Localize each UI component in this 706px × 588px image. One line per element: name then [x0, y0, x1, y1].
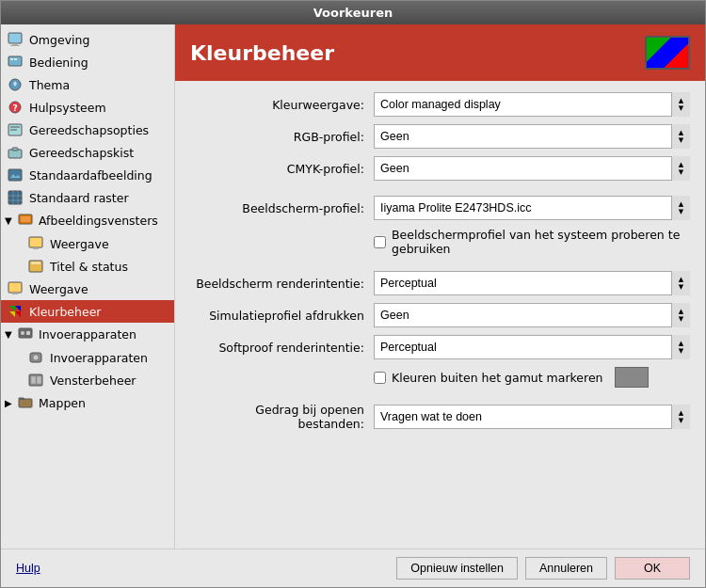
rgb-select[interactable]: Geen [374, 124, 690, 149]
rgb-label: RGB-profiel: [190, 130, 374, 144]
sidebar-item-weergave2[interactable]: Weergave [1, 278, 174, 300]
sidebar-item-label: Kleurbeheer [29, 305, 102, 319]
sidebar-item-afbeeldingsvensters[interactable]: ▼ Afbeeldingsvensters [1, 209, 174, 232]
svg-rect-0 [8, 33, 22, 43]
beeldscherm-label: Beeldscherm-profiel: [190, 201, 374, 215]
omgeving-icon [7, 31, 24, 48]
sidebar-item-label: Bediening [29, 56, 88, 70]
svg-rect-21 [21, 216, 30, 222]
rgb-row: RGB-profiel: Geen [190, 124, 690, 149]
gamut-checkbox-label: Kleuren buiten het gamut markeren [392, 371, 603, 385]
color-management-icon [645, 36, 690, 70]
sidebar-item-standaardraster[interactable]: Standaard raster [1, 186, 174, 209]
standaardraster-icon [7, 189, 24, 206]
sidebar-item-label: Hulpsysteem [29, 101, 106, 115]
sidebar-item-invoerapparaten2[interactable]: Invoerapparaten [1, 346, 174, 369]
reset-button[interactable]: Opnieuw instellen [396, 557, 518, 580]
renderintentie-label: Beeldscherm renderintentie: [190, 277, 374, 291]
softproof-label: Softproof renderintentie: [190, 341, 374, 355]
gedrag-row: Gedrag bij openen bestanden: Vragen wat … [190, 403, 690, 431]
sidebar-item-vensterbeheer[interactable]: Vensterbeheer [1, 369, 174, 391]
sidebar-item-label: Gereedschapsopties [29, 123, 149, 137]
sidebar-item-hulpsysteem[interactable]: ? Hulpsysteem [1, 96, 174, 119]
titelstatus-icon [27, 258, 44, 275]
renderintentie-select[interactable]: Perceptual [374, 271, 690, 295]
beeldscherm-checkbox[interactable] [374, 236, 386, 248]
gedrag-control: Vragen wat te doen [374, 405, 690, 429]
expand-arrow3: ▶ [5, 398, 16, 408]
kleurweergave-row: Kleurweergave: Color managed display [190, 92, 690, 117]
cmyk-row: CMYK-profiel: Geen [190, 156, 690, 181]
beeldscherm-checkbox-label: Beeldschermprofiel van het systeem probe… [392, 228, 690, 256]
gamut-checkbox[interactable] [374, 372, 386, 384]
sidebar-item-label: Weergave [29, 282, 88, 296]
dialog-body: Omgeving Bediening Thema ? Hulpsysteem [1, 24, 705, 548]
sidebar-item-label: Invoerapparaten [50, 351, 148, 365]
dialog-titlebar: Voorkeuren [1, 1, 705, 24]
afbeeldingsvensters-label: Afbeeldingsvensters [39, 214, 158, 228]
sidebar-item-gereedschapsopties[interactable]: Gereedschapsopties [1, 119, 174, 141]
sidebar-item-label: Thema [29, 78, 70, 92]
ok-button[interactable]: OK [615, 557, 690, 580]
softproof-select[interactable]: Perceptual [374, 335, 690, 359]
mappen-icon [18, 394, 33, 412]
simulatieprofiel-row: Simulatieprofiel afdrukken Geen [190, 303, 690, 327]
svg-rect-27 [12, 293, 18, 294]
sidebar-item-label: Standaard raster [29, 191, 129, 205]
svg-rect-13 [12, 148, 18, 151]
invoerapparaten-group-label: Invoerapparaten [39, 327, 136, 342]
expand-arrow: ▼ [5, 215, 16, 226]
svg-rect-15 [8, 191, 22, 204]
kleurbeheer-icon [7, 303, 24, 320]
vensterbeheer-icon [27, 372, 44, 389]
cancel-button[interactable]: Annuleren [525, 557, 607, 580]
weergave1-icon [27, 235, 44, 252]
svg-rect-14 [8, 169, 22, 181]
footer-left: Hulp [16, 562, 40, 575]
dialog-title: Voorkeuren [313, 6, 393, 20]
standaardafbeelding-icon [7, 167, 24, 183]
softproof-control: Perceptual [374, 335, 690, 359]
gamut-color-swatch[interactable] [615, 367, 649, 388]
svg-rect-31 [26, 331, 30, 335]
renderintentie-control: Perceptual [374, 271, 690, 295]
sidebar-item-kleurbeheer[interactable]: Kleurbeheer [1, 300, 174, 323]
sidebar-item-label: Weergave [50, 237, 109, 251]
gedrag-select[interactable]: Vragen wat te doen [374, 405, 690, 429]
invoerapparaten-icon [18, 326, 33, 343]
kleurweergave-label: Kleurweergave: [190, 98, 374, 112]
sidebar-item-thema[interactable]: Thema [1, 73, 174, 96]
sidebar-item-invoerapparaten-group[interactable]: ▼ Invoerapparaten [1, 323, 174, 346]
sidebar: Omgeving Bediening Thema ? Hulpsysteem [1, 24, 175, 548]
kleurweergave-select[interactable]: Color managed display [374, 92, 690, 117]
help-button[interactable]: Hulp [16, 562, 40, 575]
weergave2-icon [7, 280, 24, 297]
softproof-row: Softproof renderintentie: Perceptual [190, 335, 690, 359]
sidebar-item-titelstatus[interactable]: Titel & status [1, 255, 174, 278]
gamut-row: Kleuren buiten het gamut markeren [190, 367, 690, 388]
rgb-control: Geen [374, 124, 690, 149]
gereedschapskist-icon [7, 144, 24, 161]
dialog-footer: Hulp Opnieuw instellen Annuleren OK [1, 548, 705, 587]
kleurweergave-control: Color managed display [374, 92, 690, 117]
sidebar-item-bediening[interactable]: Bediening [1, 51, 174, 73]
sidebar-item-label: Vensterbeheer [50, 373, 136, 388]
sidebar-item-mappen[interactable]: ▶ Mappen [1, 391, 174, 415]
sidebar-item-gereedschapskist[interactable]: Gereedschapskist [1, 141, 174, 164]
sidebar-item-omgeving[interactable]: Omgeving [1, 28, 174, 51]
simulatieprofiel-select[interactable]: Geen [374, 303, 690, 327]
beeldscherm-checkbox-row: Beeldschermprofiel van het systeem probe… [190, 228, 690, 256]
svg-rect-4 [10, 58, 13, 60]
svg-point-33 [33, 355, 39, 360]
preferences-dialog: Voorkeuren Omgeving Bediening Them [0, 0, 706, 588]
cmyk-select[interactable]: Geen [374, 156, 690, 181]
sidebar-item-standaardafbeelding[interactable]: Standaardafbeelding [1, 164, 174, 186]
cmyk-control: Geen [374, 156, 690, 181]
hulpsysteem-icon: ? [7, 99, 24, 116]
mappen-label: Mappen [39, 396, 86, 410]
invoerapparaten2-icon [27, 349, 44, 366]
svg-text:?: ? [12, 103, 17, 113]
svg-rect-2 [10, 45, 20, 46]
beeldscherm-select[interactable]: Iiyama Prolite E2473HDS.icc [374, 196, 690, 220]
sidebar-item-weergave1[interactable]: Weergave [1, 232, 174, 255]
